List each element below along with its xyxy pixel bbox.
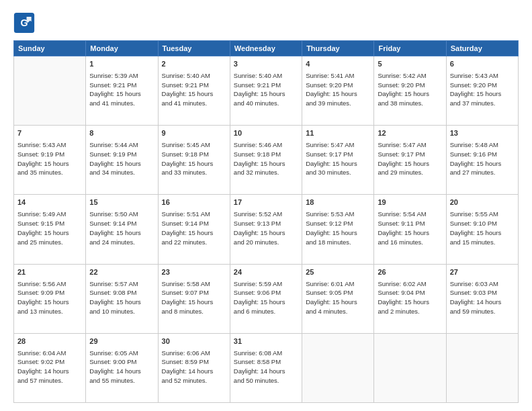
day-info-line: Sunset: 8:58 PM [234,357,298,367]
day-info-line: Daylight: 15 hours [17,159,82,169]
day-number: 4 [306,59,370,70]
day-number: 16 [162,197,226,208]
day-info-line: Daylight: 15 hours [89,159,154,169]
calendar-cell: 27Sunrise: 6:03 AMSunset: 9:03 PMDayligh… [446,264,518,333]
day-info-line: Daylight: 15 hours [162,89,226,99]
header: G [13,12,519,34]
day-info-line: Sunrise: 6:06 AM [162,349,226,358]
day-number: 10 [234,128,298,139]
day-number: 13 [450,128,515,139]
calendar-cell: 7Sunrise: 5:43 AMSunset: 9:19 PMDaylight… [14,126,86,195]
logo: G [13,12,38,34]
day-info-line: Sunset: 9:04 PM [378,288,442,298]
day-info-line: Sunrise: 5:43 AM [450,71,515,81]
day-info-line: Sunset: 9:21 PM [89,81,154,90]
calendar-cell: 24Sunrise: 5:59 AMSunset: 9:06 PMDayligh… [230,264,302,333]
day-number: 28 [17,336,82,347]
day-header-sunday: Sunday [14,41,86,56]
calendar-week-row: 7Sunrise: 5:43 AMSunset: 9:19 PMDaylight… [14,126,519,195]
day-info-line: Daylight: 14 hours [162,367,226,376]
calendar-cell: 16Sunrise: 5:51 AMSunset: 9:14 PMDayligh… [158,195,230,264]
day-info-line: Daylight: 15 hours [89,228,154,238]
calendar-cell: 25Sunrise: 6:01 AMSunset: 9:05 PMDayligh… [302,264,374,333]
day-info-line: Daylight: 15 hours [378,89,442,99]
day-info-line: Sunrise: 5:58 AM [162,279,226,289]
day-info-line: Sunrise: 5:53 AM [306,210,370,219]
calendar-cell: 6Sunrise: 5:43 AMSunset: 9:20 PMDaylight… [446,56,518,126]
day-info-line: Sunset: 9:07 PM [162,288,226,298]
calendar-cell: 23Sunrise: 5:58 AMSunset: 9:07 PMDayligh… [158,264,230,333]
day-info-line: and 33 minutes. [162,168,226,177]
day-info-line: Daylight: 15 hours [306,89,370,99]
calendar-cell: 13Sunrise: 5:48 AMSunset: 9:16 PMDayligh… [446,126,518,195]
day-number: 19 [378,197,442,208]
day-info-line: and 8 minutes. [162,307,226,316]
calendar-cell: 17Sunrise: 5:52 AMSunset: 9:13 PMDayligh… [230,195,302,264]
day-header-friday: Friday [374,41,446,56]
day-info-line: Daylight: 15 hours [17,298,82,307]
calendar-cell: 28Sunrise: 6:04 AMSunset: 9:02 PMDayligh… [14,333,86,402]
calendar-cell: 31Sunrise: 6:08 AMSunset: 8:58 PMDayligh… [230,333,302,402]
day-info-line: and 16 minutes. [378,238,442,247]
day-info-line: Daylight: 15 hours [162,298,226,307]
calendar-cell [446,333,518,402]
day-info-line: Sunrise: 5:43 AM [17,140,82,150]
day-info-line: Sunrise: 5:47 AM [378,140,442,150]
day-number: 3 [234,59,298,70]
day-number: 8 [89,128,154,139]
day-info-line: Daylight: 15 hours [162,159,226,169]
day-info-line: and 59 minutes. [450,307,515,316]
day-info-line: and 39 minutes. [306,99,370,108]
calendar-cell: 18Sunrise: 5:53 AMSunset: 9:12 PMDayligh… [302,195,374,264]
calendar-cell: 3Sunrise: 5:40 AMSunset: 9:21 PMDaylight… [230,56,302,126]
day-info-line: Sunset: 9:21 PM [234,81,298,90]
calendar-cell: 26Sunrise: 6:02 AMSunset: 9:04 PMDayligh… [374,264,446,333]
calendar-week-row: 1Sunrise: 5:39 AMSunset: 9:21 PMDaylight… [14,56,519,126]
calendar-cell: 15Sunrise: 5:50 AMSunset: 9:14 PMDayligh… [86,195,158,264]
day-info-line: Sunset: 9:17 PM [378,150,442,159]
day-info-line: and 57 minutes. [17,376,82,385]
day-info-line: Sunrise: 5:40 AM [234,71,298,81]
day-info-line: Daylight: 14 hours [89,367,154,376]
day-info-line: Daylight: 15 hours [234,298,298,307]
calendar-cell [374,333,446,402]
calendar-cell: 5Sunrise: 5:42 AMSunset: 9:20 PMDaylight… [374,56,446,126]
day-info-line: Sunrise: 5:45 AM [162,140,226,150]
day-info-line: and 38 minutes. [378,99,442,108]
calendar-cell: 4Sunrise: 5:41 AMSunset: 9:20 PMDaylight… [302,56,374,126]
day-info-line: Sunrise: 5:41 AM [306,71,370,81]
day-info-line: and 35 minutes. [17,168,82,177]
day-info-line: Sunrise: 6:01 AM [306,279,370,289]
day-info-line: Daylight: 15 hours [89,89,154,99]
day-info-line: and 18 minutes. [306,238,370,247]
day-info-line: Daylight: 15 hours [450,228,515,238]
day-info-line: and 15 minutes. [450,238,515,247]
day-header-thursday: Thursday [302,41,374,56]
day-info-line: Daylight: 14 hours [450,298,515,307]
day-number: 17 [234,197,298,208]
day-info-line: and 32 minutes. [234,168,298,177]
day-info-line: and 29 minutes. [378,168,442,177]
day-info-line: Sunset: 9:12 PM [306,219,370,228]
day-info-line: Sunrise: 6:02 AM [378,279,442,289]
day-info-line: Sunrise: 5:56 AM [17,279,82,289]
day-info-line: and 34 minutes. [89,168,154,177]
day-header-saturday: Saturday [446,41,518,56]
day-info-line: Sunrise: 5:49 AM [17,210,82,219]
day-info-line: Daylight: 15 hours [306,298,370,307]
calendar-cell: 20Sunrise: 5:55 AMSunset: 9:10 PMDayligh… [446,195,518,264]
day-number: 1 [89,59,154,70]
day-info-line: and 37 minutes. [450,99,515,108]
calendar-cell: 29Sunrise: 6:05 AMSunset: 9:00 PMDayligh… [86,333,158,402]
day-info-line: Sunset: 9:20 PM [306,81,370,90]
day-info-line: Sunset: 9:09 PM [17,288,82,298]
day-info-line: and 55 minutes. [89,376,154,385]
day-info-line: Sunset: 9:19 PM [89,150,154,159]
day-info-line: Daylight: 15 hours [450,159,515,169]
day-info-line: and 41 minutes. [89,99,154,108]
day-info-line: Daylight: 15 hours [450,89,515,99]
day-number: 18 [306,197,370,208]
day-info-line: and 25 minutes. [17,238,82,247]
day-info-line: Daylight: 15 hours [162,228,226,238]
day-info-line: and 52 minutes. [162,376,226,385]
